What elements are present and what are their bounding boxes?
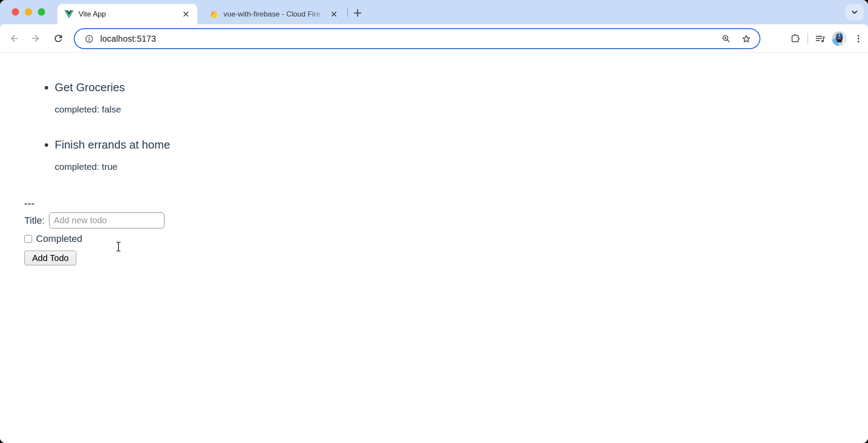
extensions-icon[interactable] <box>786 29 805 48</box>
zoom-icon[interactable] <box>718 30 734 47</box>
new-tab-icon[interactable] <box>350 6 365 20</box>
tab-title: vue-with-firebase - Cloud Fire <box>224 10 328 19</box>
back-icon[interactable] <box>4 28 24 48</box>
chrome-body: localhost:5173 <box>0 24 868 443</box>
page-content: Get Groceries completed: false Finish er… <box>0 53 868 443</box>
todo-title: Get Groceries <box>55 81 868 94</box>
forward-icon[interactable] <box>25 28 45 48</box>
submit-row: Add Todo <box>24 251 868 265</box>
list-item: Finish errands at home completed: true <box>55 138 868 172</box>
tab-divider <box>347 7 348 17</box>
title-field-row: Title: <box>24 212 868 228</box>
text-cursor-icon <box>114 241 123 253</box>
menu-kebab-icon[interactable] <box>849 29 868 48</box>
tab-vue-with-firebase[interactable]: vue-with-firebase - Cloud Fire <box>201 4 344 24</box>
browser-window: Vite App vue-with-firebase - Cloud Fire <box>0 0 868 443</box>
firebase-logo-icon <box>209 10 219 19</box>
window-zoom-icon[interactable] <box>38 8 45 16</box>
url-text: localhost:5173 <box>100 34 718 44</box>
vue-logo-icon <box>64 10 74 19</box>
divider-text: --- <box>24 198 868 208</box>
todo-status: completed: false <box>55 104 868 115</box>
add-todo-button[interactable]: Add Todo <box>24 251 76 265</box>
new-todo-input[interactable] <box>49 212 164 228</box>
tab-vite-app[interactable]: Vite App <box>57 4 197 24</box>
tab-search-chevron-icon[interactable] <box>845 4 864 20</box>
completed-label: Completed <box>36 233 82 245</box>
title-label: Title: <box>24 215 45 226</box>
bookmark-star-icon[interactable] <box>738 30 754 47</box>
site-info-icon[interactable] <box>81 30 97 47</box>
profile-avatar[interactable] <box>830 29 849 48</box>
todo-status: completed: true <box>55 162 868 172</box>
todo-list: Get Groceries completed: false Finish er… <box>24 81 868 172</box>
url-bar[interactable]: localhost:5173 <box>74 28 760 49</box>
close-icon[interactable] <box>180 9 191 20</box>
window-minimize-icon[interactable] <box>25 8 32 16</box>
tab-title: Vite App <box>79 10 180 19</box>
completed-checkbox-row: Completed <box>24 233 868 245</box>
media-controls-icon[interactable] <box>811 29 830 48</box>
browser-toolbar: localhost:5173 <box>0 24 868 53</box>
toolbar-separator <box>807 33 808 44</box>
close-icon[interactable] <box>328 9 339 20</box>
todo-title: Finish errands at home <box>55 138 868 151</box>
tab-strip: Vite App vue-with-firebase - Cloud Fire <box>0 0 868 24</box>
list-item: Get Groceries completed: false <box>55 81 868 115</box>
completed-checkbox[interactable] <box>24 235 32 243</box>
reload-icon[interactable] <box>48 28 68 48</box>
window-close-icon[interactable] <box>12 8 19 16</box>
